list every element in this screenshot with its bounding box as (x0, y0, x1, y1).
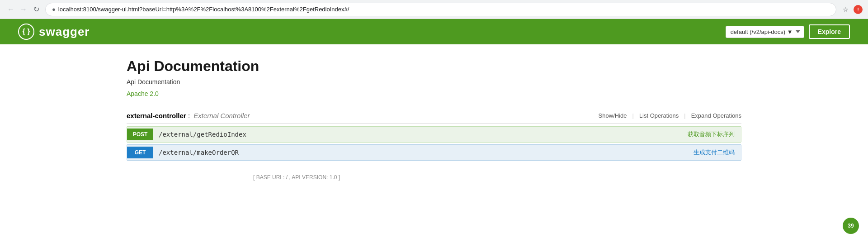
footer-text: [ BASE URL: / , API VERSION: 1.0 ] (253, 174, 340, 181)
endpoint-path-1[interactable]: /external/makeOrderQR (153, 145, 687, 160)
show-hide-link[interactable]: Show/Hide (599, 112, 627, 119)
endpoint-summary-0: 获取音频下标序列 (681, 127, 741, 142)
back-button[interactable]: ← (5, 4, 16, 15)
browser-actions: ☆ ! (840, 4, 863, 15)
endpoint-row-1[interactable]: GET/external/makeOrderQR生成支付二维码 (127, 144, 741, 161)
controller-section: external-controller : External Controlle… (127, 108, 741, 161)
apache-link[interactable]: Apache 2.0 (127, 90, 159, 97)
method-badge-1[interactable]: GET (127, 147, 153, 158)
swagger-title: swagger (39, 25, 90, 39)
explore-button[interactable]: Explore (809, 24, 850, 39)
swagger-header: { } swagger default (/v2/api-docs) ▼ Exp… (0, 19, 868, 44)
endpoint-row-0[interactable]: POST/external/getRedioIndex获取音频下标序列 (127, 126, 741, 143)
controller-header: external-controller : External Controlle… (127, 108, 741, 124)
reload-button[interactable]: ↻ (31, 4, 42, 15)
bookmark-button[interactable]: ☆ (840, 4, 851, 15)
separator-2: | (684, 112, 685, 119)
url-text: localhost:8100/swagger-ui.html?baseUrl=h… (58, 6, 830, 13)
controller-actions: Show/Hide | List Operations | Expand Ope… (599, 112, 741, 119)
controller-title[interactable]: external-controller : External Controlle… (127, 112, 250, 119)
alert-badge: ! (854, 5, 863, 14)
swagger-footer: [ BASE URL: / , API VERSION: 1.0 ] (127, 170, 741, 185)
endpoint-summary-1: 生成支付二维码 (687, 145, 741, 160)
star-icon: ☆ (843, 6, 849, 13)
swagger-logo: { } swagger (18, 24, 90, 40)
header-right: default (/v2/api-docs) ▼ Explore (726, 24, 850, 39)
nav-buttons: ← → ↻ (5, 4, 42, 15)
expand-operations-link[interactable]: Expand Operations (691, 112, 741, 119)
browser-chrome: ← → ↻ ● localhost:8100/swagger-ui.html?b… (0, 0, 868, 19)
api-docs-select[interactable]: default (/v2/api-docs) ▼ (726, 26, 804, 38)
endpoint-path-0[interactable]: /external/getRedioIndex (153, 127, 681, 142)
controller-description: External Controller (193, 112, 250, 119)
main-content: Api Documentation Api Documentation Apac… (0, 44, 868, 199)
forward-button[interactable]: → (18, 4, 29, 15)
controller-separator: : (186, 112, 192, 119)
method-badge-0[interactable]: POST (127, 129, 153, 140)
separator-1: | (632, 112, 633, 119)
api-title: Api Documentation (127, 58, 741, 75)
api-description: Api Documentation (127, 78, 741, 86)
list-operations-link[interactable]: List Operations (639, 112, 679, 119)
controller-name: external-controller (127, 112, 186, 119)
endpoints-container: POST/external/getRedioIndex获取音频下标序列GET/e… (127, 126, 741, 161)
address-bar[interactable]: ● localhost:8100/swagger-ui.html?baseUrl… (45, 3, 836, 16)
swagger-logo-icon: { } (23, 28, 30, 36)
swagger-icon: { } (18, 24, 34, 40)
security-icon: ● (52, 6, 56, 13)
